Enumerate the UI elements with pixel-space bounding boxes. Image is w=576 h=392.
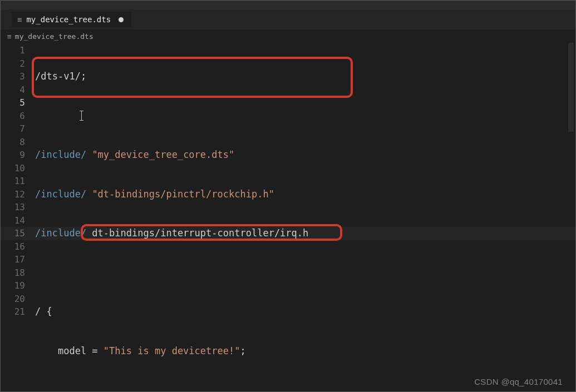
tab-active[interactable]: ≡ my_device_tree.dts	[12, 12, 131, 27]
line-number: 19	[1, 279, 25, 292]
line-number: 15	[1, 227, 25, 240]
code-line[interactable]: /include/ "dt-bindings/pinctrl/rockchip.…	[35, 188, 575, 201]
unsaved-indicator-icon	[119, 17, 124, 22]
line-number: 20	[1, 292, 25, 306]
line-number: 7	[1, 122, 25, 136]
line-number: 8	[1, 136, 25, 149]
text-cursor-icon	[81, 111, 82, 121]
line-number: 12	[1, 188, 25, 201]
file-icon: ≡	[7, 32, 12, 41]
tab-filename: my_device_tree.dts	[26, 15, 111, 24]
line-number-gutter: 1 2 3 4 5 6 7 8 9 10 11 12 13 14 15 16 1…	[1, 43, 35, 391]
line-number: 3	[1, 70, 25, 83]
code-line[interactable]: /dts-v1/;	[35, 70, 575, 83]
line-number: 5	[1, 96, 25, 110]
line-number: 17	[1, 253, 25, 266]
code-content[interactable]: /dts-v1/; /include/ "my_device_tree_core…	[35, 43, 575, 391]
scrollbar-thumb[interactable]	[568, 43, 574, 132]
vertical-scrollbar[interactable]	[568, 43, 575, 391]
code-line[interactable]: /include/ dt-bindings/interrupt-controll…	[35, 227, 575, 240]
line-number: 1	[1, 44, 25, 57]
breadcrumb-filename: my_device_tree.dts	[15, 32, 93, 41]
line-number: 10	[1, 162, 25, 175]
breadcrumb[interactable]: ≡ my_device_tree.dts	[1, 29, 575, 43]
line-number: 21	[1, 305, 25, 319]
code-line[interactable]	[35, 110, 575, 123]
line-number: 9	[1, 148, 25, 162]
line-number: 16	[1, 240, 25, 254]
code-line[interactable]: model = "This is my devicetree!";	[35, 345, 575, 358]
line-number: 11	[1, 175, 25, 188]
line-number: 2	[1, 57, 25, 71]
title-bar	[1, 1, 575, 9]
line-number: 6	[1, 110, 25, 123]
editor-area[interactable]: 1 2 3 4 5 6 7 8 9 10 11 12 13 14 15 16 1…	[1, 43, 575, 391]
line-number: 18	[1, 266, 25, 280]
code-line[interactable]: / {	[35, 305, 575, 319]
file-icon: ≡	[17, 15, 22, 24]
line-number: 14	[1, 214, 25, 227]
code-line[interactable]: /include/ "my_device_tree_core.dts"	[35, 148, 575, 162]
watermark-text: CSDN @qq_40170041	[474, 377, 563, 386]
editor-window: ≡ my_device_tree.dts ≡ my_device_tree.dt…	[0, 0, 576, 392]
line-number: 13	[1, 201, 25, 214]
code-line[interactable]	[35, 266, 575, 280]
tab-bar: ≡ my_device_tree.dts	[1, 9, 575, 29]
line-number: 4	[1, 83, 25, 97]
